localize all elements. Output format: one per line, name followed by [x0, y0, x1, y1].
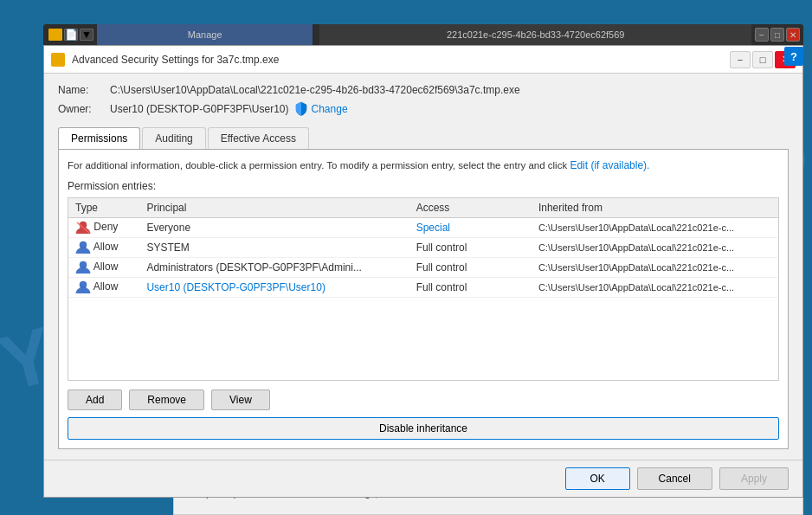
tab-effective-access[interactable]: Effective Access	[208, 127, 309, 149]
dialog-footer: OK Cancel Apply	[44, 460, 802, 497]
dialog-minimize-btn[interactable]: −	[730, 51, 751, 68]
cell-inherited: C:\Users\User10\AppData\Local\221c021e-c…	[532, 277, 778, 297]
table-row[interactable]: AllowUser10 (DESKTOP-G0PF3PF\User10)Full…	[68, 277, 778, 297]
col-header-type: Type	[68, 198, 139, 218]
taskbar-title: 221c021e-c295-4b26-bd33-4720ec62f569	[319, 24, 751, 45]
cell-type: Allow	[68, 237, 139, 257]
taskbar-manage-tab[interactable]: Manage	[97, 24, 313, 45]
help-button[interactable]: ?	[784, 47, 803, 66]
shield-icon	[294, 101, 308, 117]
taskbar: 📄 ▼ Manage 221c021e-c295-4b26-bd33-4720e…	[43, 24, 803, 45]
cell-principal: SYSTEM	[139, 237, 409, 257]
perm-table: Type Principal Access Inherited from Den…	[68, 198, 778, 298]
add-button[interactable]: Add	[68, 389, 122, 410]
folder-icon	[48, 29, 62, 41]
owner-value: User10 (DESKTOP-G0PF3PF\User10)	[110, 103, 289, 115]
info-text: For additional information, double-click…	[68, 158, 779, 173]
table-row[interactable]: AllowAdministrators (DESKTOP-G0PF3PF\Adm…	[68, 257, 778, 277]
cell-inherited: C:\Users\User10\AppData\Local\221c021e-c…	[532, 217, 778, 237]
cell-inherited: C:\Users\User10\AppData\Local\221c021e-c…	[532, 257, 778, 277]
ok-button[interactable]: OK	[565, 467, 630, 490]
col-header-inherited: Inherited from	[532, 198, 778, 218]
cell-type: Allow	[68, 257, 139, 277]
edit-link[interactable]: Edit (if available).	[570, 159, 649, 171]
tab-permissions[interactable]: Permissions	[58, 127, 140, 149]
taskbar-btn-2[interactable]: ▼	[80, 29, 93, 41]
maximize-btn[interactable]: □	[770, 28, 784, 42]
cell-principal: User10 (DESKTOP-G0PF3PF\User10)	[139, 277, 409, 297]
permissions-panel: For additional information, double-click…	[58, 149, 789, 449]
col-header-access: Access	[409, 198, 532, 218]
owner-label: Owner:	[58, 103, 110, 115]
minimize-btn[interactable]: −	[755, 28, 769, 42]
cancel-button[interactable]: Cancel	[637, 467, 712, 490]
apply-button[interactable]: Apply	[719, 467, 789, 490]
cell-principal: Administrators (DESKTOP-G0PF3PF\Admini..…	[139, 257, 409, 277]
dialog-maximize-btn[interactable]: □	[752, 51, 773, 68]
change-link[interactable]: Change	[312, 103, 348, 115]
table-row[interactable]: DenyEveryoneSpecialC:\Users\User10\AppDa…	[68, 217, 778, 237]
cell-access: Full control	[409, 277, 532, 297]
perm-entries-label: Permission entries:	[68, 180, 779, 192]
cell-access: Special	[409, 217, 532, 237]
taskbar-controls: − □ ✕	[755, 28, 800, 42]
view-button[interactable]: View	[211, 389, 270, 410]
close-btn[interactable]: ✕	[786, 28, 800, 42]
taskbar-btn-1[interactable]: 📄	[64, 29, 78, 41]
advanced-security-dialog: Advanced Security Settings for 3a7c.tmp.…	[43, 45, 803, 498]
perm-table-wrapper[interactable]: Type Principal Access Inherited from Den…	[68, 197, 779, 381]
dialog-title-text: Advanced Security Settings for 3a7c.tmp.…	[72, 54, 730, 66]
cell-principal: Everyone	[139, 217, 409, 237]
name-row: Name: C:\Users\User10\AppData\Local\221c…	[58, 84, 789, 96]
cell-type: Allow	[68, 277, 139, 297]
perm-btn-row: Add Remove View	[68, 389, 779, 410]
cell-type: Deny	[68, 217, 139, 237]
remove-button[interactable]: Remove	[129, 389, 204, 410]
dialog-content: Name: C:\Users\User10\AppData\Local\221c…	[44, 74, 802, 460]
dialog-titlebar: Advanced Security Settings for 3a7c.tmp.…	[44, 46, 802, 74]
cell-access: Full control	[409, 257, 532, 277]
table-row[interactable]: AllowSYSTEMFull controlC:\Users\User10\A…	[68, 237, 778, 257]
cell-access: Full control	[409, 237, 532, 257]
dialog-title-icon	[51, 53, 65, 67]
tabs-bar: Permissions Auditing Effective Access	[58, 127, 789, 149]
name-label: Name:	[58, 84, 110, 96]
tab-auditing[interactable]: Auditing	[142, 127, 205, 149]
name-value: C:\Users\User10\AppData\Local\221c021e-c…	[110, 84, 520, 96]
cell-inherited: C:\Users\User10\AppData\Local\221c021e-c…	[532, 237, 778, 257]
col-header-principal: Principal	[139, 198, 409, 218]
owner-row: Owner: User10 (DESKTOP-G0PF3PF\User10) C…	[58, 101, 789, 117]
disable-inheritance-button[interactable]: Disable inheritance	[68, 417, 779, 440]
